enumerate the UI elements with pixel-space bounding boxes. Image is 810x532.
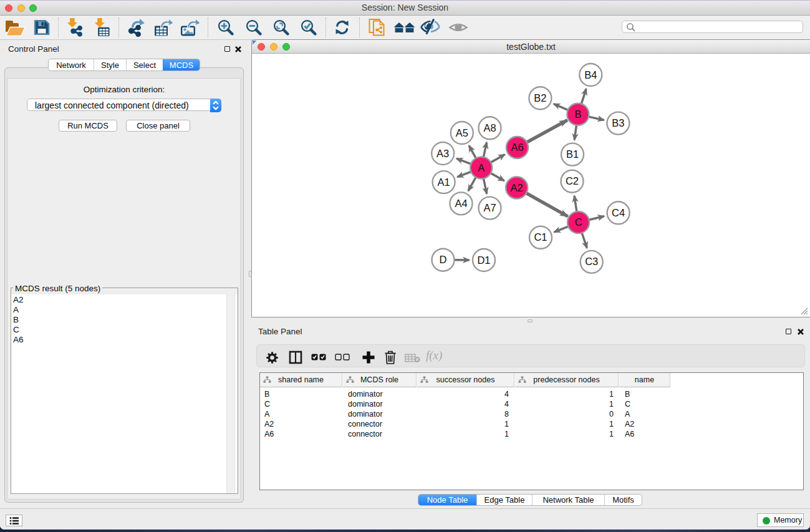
svg-text:B3: B3 [612,117,624,128]
svg-text:B4: B4 [584,69,597,80]
svg-text:B2: B2 [534,92,546,104]
svg-text:D1: D1 [477,254,490,266]
svg-text:C4: C4 [612,207,625,218]
svg-text:A: A [478,162,485,173]
svg-text:A8: A8 [483,122,496,133]
svg-text:A6: A6 [511,142,523,153]
svg-text:A3: A3 [436,148,449,159]
svg-text:B1: B1 [566,148,579,160]
svg-text:D: D [440,254,447,265]
svg-text:B: B [574,109,581,120]
svg-text:A1: A1 [438,177,450,188]
svg-text:A4: A4 [455,198,467,209]
svg-text:A2: A2 [511,182,523,193]
svg-text:C1: C1 [534,231,547,243]
svg-text:C3: C3 [585,256,598,267]
svg-text:A5: A5 [456,127,468,138]
svg-text:C2: C2 [566,175,579,186]
svg-text:A7: A7 [483,202,496,213]
svg-text:C: C [575,216,582,228]
